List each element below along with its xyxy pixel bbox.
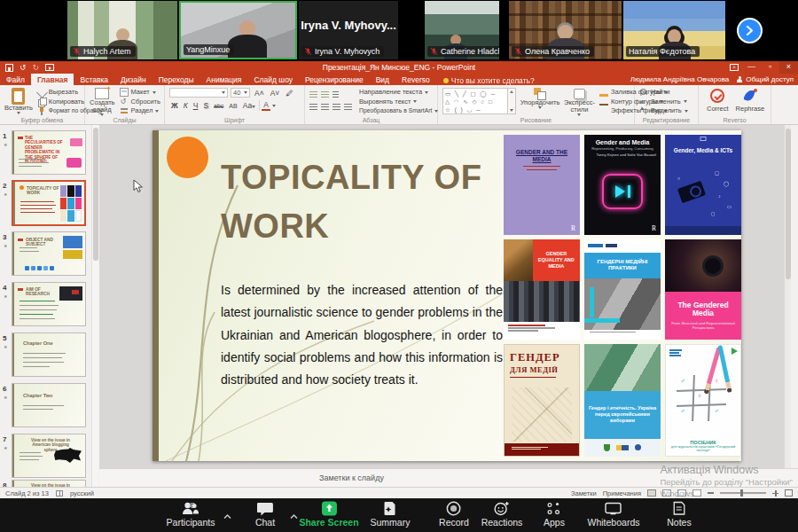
reading-view-icon[interactable] — [677, 489, 686, 497]
zoom-out-icon[interactable] — [708, 492, 714, 494]
find-button[interactable]: Найти — [639, 88, 693, 98]
change-case-button[interactable]: Аа — [241, 101, 258, 110]
tab-insert[interactable]: Вставка — [74, 74, 114, 85]
justify-icon[interactable] — [344, 104, 352, 110]
slide-thumbnail-5[interactable]: Chapter One — [12, 332, 86, 377]
italic-button[interactable]: К — [182, 101, 190, 110]
slide-thumbnail-3[interactable]: OBJECT AND SUBJECT — [12, 231, 86, 276]
layout-button[interactable]: Макет — [120, 88, 160, 98]
record-button[interactable]: Record — [439, 501, 469, 528]
slideshow-view-icon[interactable] — [692, 489, 701, 497]
thumbnail-scrollbar[interactable] — [91, 125, 98, 487]
video-tile-olena[interactable]: Олена Кравченко — [509, 1, 622, 59]
tab-home[interactable]: Главная — [31, 74, 74, 85]
notes-button[interactable]: Notes — [667, 501, 691, 528]
reverso-rephrase-button[interactable]: Rephrase — [732, 88, 769, 113]
video-tile-iryna-camera-off[interactable]: Iryna V. Myhovy... Iryna V. Myhovych — [299, 1, 398, 59]
slide-thumbnail-8[interactable]: View on the issue in Ukrainian — [12, 480, 86, 487]
tab-design[interactable]: Дизайн — [114, 74, 153, 85]
tab-slideshow[interactable]: Слайд шоу — [247, 74, 299, 85]
align-left-icon[interactable] — [309, 104, 317, 110]
restore-button[interactable]: ▫ — [761, 61, 779, 74]
slide-title[interactable]: TOPICALITY OF WORK — [221, 153, 481, 251]
select-button[interactable]: Выделить — [639, 106, 693, 116]
summary-button[interactable]: Summary — [371, 501, 411, 528]
undo-icon[interactable]: ↺ — [20, 64, 27, 72]
shrink-font-button[interactable]: А˅ — [269, 89, 282, 98]
language-indicator[interactable]: русский — [70, 489, 94, 497]
replace-button[interactable]: Заменить — [639, 98, 693, 107]
indent-icon[interactable] — [332, 91, 339, 98]
tab-review[interactable]: Рецензирование — [299, 74, 370, 85]
slide-thumbnail-4[interactable]: AIM OF RESEARCH — [12, 282, 86, 326]
spellcheck-icon[interactable] — [56, 490, 63, 497]
grow-font-button[interactable]: А˄ — [253, 89, 266, 98]
slide-area-scrollbar[interactable] — [784, 125, 791, 468]
align-center-icon[interactable] — [321, 104, 329, 110]
tab-file[interactable]: Файл — [0, 74, 31, 85]
strikethrough-button[interactable]: abc — [212, 103, 225, 109]
text-direction-button[interactable]: Направление текста — [359, 88, 438, 98]
start-slideshow-icon[interactable] — [45, 64, 54, 71]
font-color-button[interactable]: А — [262, 100, 270, 111]
quick-styles-button[interactable]: Экспресс-стили — [564, 88, 595, 116]
section-button[interactable]: Раздел — [120, 106, 160, 116]
participants-button[interactable]: Participants 8 — [167, 501, 215, 528]
slide-thumbnail-6[interactable]: Chapter Two — [12, 383, 86, 427]
participants-menu-chevron[interactable] — [223, 507, 231, 523]
align-text-button[interactable]: Выровнять текст — [359, 98, 438, 107]
shapes-gallery-scroll[interactable] — [508, 88, 516, 114]
slide-thumbnail-7[interactable]: View on the issue in American blogging s… — [12, 434, 86, 478]
tab-transitions[interactable]: Переходы — [153, 74, 200, 85]
tab-view[interactable]: Вид — [370, 74, 395, 85]
redo-icon[interactable]: ↻ — [33, 64, 40, 72]
text-shadow-button[interactable]: S — [201, 101, 210, 110]
notes-pane[interactable]: Заметки к слайду — [99, 468, 798, 487]
bullets-icon[interactable] — [309, 91, 317, 98]
numbering-icon[interactable] — [321, 91, 329, 98]
slide-thumbnail-2-selected[interactable]: TOPICALITY OF WORK — [12, 180, 86, 226]
apps-button[interactable]: Apps — [544, 501, 565, 528]
gallery-next-page-button[interactable] — [737, 18, 763, 43]
chat-menu-chevron[interactable] — [290, 507, 298, 523]
font-name-combo[interactable] — [169, 88, 228, 98]
bold-button[interactable]: Ж — [169, 101, 180, 110]
minimize-button[interactable]: — — [742, 61, 761, 74]
slide-sorter-view-icon[interactable] — [662, 489, 671, 497]
slide-thumbnail-1[interactable]: THE PECULIARITIES OF GENDER PROBLEMATIC … — [12, 130, 86, 175]
video-tile-yangminxue-active-speaker[interactable]: YangMinxue — [179, 1, 297, 59]
notes-toggle-button[interactable]: Заметки — [571, 489, 597, 497]
close-button[interactable]: × — [779, 61, 798, 74]
zoom-slider[interactable] — [720, 492, 766, 494]
whiteboards-button[interactable]: Whiteboards — [588, 501, 640, 528]
zoom-in-icon[interactable] — [772, 490, 778, 497]
share-screen-button[interactable]: Share Screen — [299, 501, 358, 528]
convert-smartart-button[interactable]: Преобразовать в SmartArt — [359, 106, 438, 116]
video-tile-natalia[interactable]: Наталія Фєдотова — [623, 1, 725, 59]
reverso-correct-button[interactable]: Correct — [703, 88, 732, 113]
tell-me-box[interactable]: Что вы хотите сделать? — [443, 76, 535, 85]
underline-button[interactable]: Ч — [192, 101, 200, 110]
ribbon-display-options-icon[interactable]: ˄ — [730, 64, 739, 71]
tab-animations[interactable]: Анимация — [200, 74, 248, 85]
comments-toggle-button[interactable]: Примечания — [603, 489, 641, 497]
font-size-combo[interactable]: 40 — [231, 88, 250, 98]
new-slide-button[interactable]: Создать слайд — [90, 88, 115, 116]
save-icon[interactable] — [5, 64, 13, 72]
clear-formatting-button[interactable]: 🖉 — [284, 89, 295, 98]
slide-canvas[interactable]: TOPICALITY OF WORK Is determined by the … — [153, 130, 741, 461]
share-button[interactable]: Общий доступ — [736, 75, 794, 83]
align-right-icon[interactable] — [332, 104, 340, 110]
fit-slide-to-window-icon[interactable] — [785, 489, 793, 497]
normal-view-icon[interactable] — [647, 489, 656, 497]
video-tile-catherine[interactable]: Catherine Hladchenko — [425, 1, 499, 59]
chat-button[interactable]: Chat — [255, 501, 275, 528]
video-tile-halych-artem[interactable]: Halych Artem — [67, 1, 177, 59]
reset-button[interactable]: Сбросить — [120, 98, 160, 107]
tab-reverso[interactable]: Reverso — [395, 74, 436, 85]
reactions-button[interactable]: Reactions — [481, 501, 523, 528]
shapes-gallery[interactable]: ▭ ╲ ╱ ▢ ◯ ─ △ ◠ ∿ ◇ ○ □ ☆ ( ) ◡ ─ — [442, 88, 516, 114]
arrange-button[interactable]: Упорядочить — [520, 88, 559, 109]
slide-body-text[interactable]: Is determined by the increased attention… — [221, 279, 503, 391]
paste-button[interactable]: Вставить — [4, 88, 33, 116]
